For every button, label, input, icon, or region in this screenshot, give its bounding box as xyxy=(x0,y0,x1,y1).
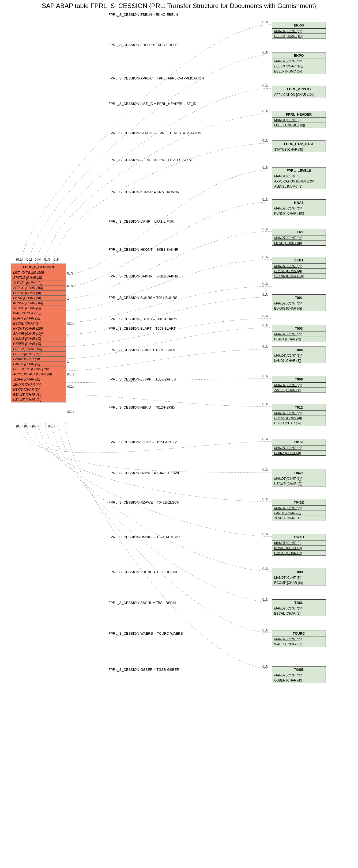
entity-main-field: APPLIC [CHAR (10)] xyxy=(11,285,66,290)
entity-target-field: EBELN [CHAR (10)] xyxy=(272,34,326,38)
cardinality-right: 0..N xyxy=(262,598,268,601)
join-label: FPRL_S_CESSION-HBKID = T012-HBKID xyxy=(109,405,175,409)
entity-target-title: TGSB xyxy=(272,666,326,673)
entity-target-title: T003 xyxy=(272,326,326,332)
cardinality-right: 0..N xyxy=(262,437,268,441)
entity-target: T074UMANDT [CLNT (3)]KOART [CHAR (1)]UMS… xyxy=(272,534,326,556)
entity-target-field: BSCHL [CHAR (2)] xyxy=(272,611,326,616)
entity-target-field: APPLICATION [CHAR (10)] xyxy=(272,179,326,184)
entity-target-field: MANDT [CLNT (3)] xyxy=(272,29,326,34)
entity-target-field: MANDT [CLNT (3)] xyxy=(272,383,326,388)
join-label: FPRL_S_CESSION-EBELP = EKPO-EBELP xyxy=(109,43,178,47)
cardinality-right: 0..N xyxy=(262,139,268,143)
entity-target: TGSBMANDT [CLNT (3)]GSBER [CHAR (4)] xyxy=(272,666,326,683)
entity-target-field: HBKID [CHAR (5)] xyxy=(272,421,326,426)
entity-target-field: WAERS [CUKY (5)] xyxy=(272,642,326,647)
entity-target: T003MANDT [CLNT (3)]BLART [CHAR (2)] xyxy=(272,325,326,342)
cardinality-right: 0..N xyxy=(262,282,268,286)
entity-target-title: T042Z xyxy=(272,499,326,506)
entity-target-field: MANDT [CLNT (3)] xyxy=(272,476,326,482)
entity-target-title: T880 xyxy=(272,569,326,575)
cardinality-main-top: {0,1} xyxy=(25,258,32,261)
cardinality-right: 0..N xyxy=(262,345,268,349)
join-label: FPRL_S_CESSION-LZBKZ = T015L-LZBKZ xyxy=(109,440,177,444)
entity-target-field: GSBER [CHAR (4)] xyxy=(272,678,326,683)
cardinality-right: 0..N xyxy=(262,374,268,378)
entity-main-field: EBELP [NUMC (5)] xyxy=(11,351,66,357)
entity-target-field: ZLSCH [CHAR (1)] xyxy=(272,516,326,521)
entity-target-title: TBSL xyxy=(272,600,326,606)
entity-main-field: ZBUKR [CHAR (4)] xyxy=(11,382,66,387)
entity-main-field: GSBER [CHAR (4)] xyxy=(11,341,66,346)
cardinality-main-right: 0..N xyxy=(67,284,73,288)
join-label: FPRL_S_CESSION-BUKRS = T001-BUKRS xyxy=(109,296,177,300)
entity-target-field: MANDT [CLNT (3)] xyxy=(272,673,326,678)
entity-main-field: STATUS [CHAR (3)] xyxy=(11,275,66,280)
entity-target-field: MANDT [CLNT (3)] xyxy=(272,118,326,123)
entity-target-title: T015L xyxy=(272,439,326,445)
join-label: FPRL_S_CESSION-KUNNR = KNA1-KUNNR xyxy=(109,190,179,194)
entity-target-field: MANDT [CLNT (3)] xyxy=(272,206,326,211)
join-label: FPRL_S_CESSION-GSBER = TGSB-GSBER xyxy=(109,668,179,672)
entity-target-field: MANDT [CLNT (3)] xyxy=(272,353,326,358)
join-label: FPRL_S_CESSION-RZAWE = T042Z-ZLSCH xyxy=(109,500,179,504)
entity-main-field: LZBKZ [CHAR (3)] xyxy=(11,357,66,362)
cardinality-main-right: {0,1} xyxy=(67,410,74,414)
cardinality-right: 0..N xyxy=(262,323,268,327)
cardinality-right: 0..N xyxy=(262,628,268,632)
cardinality-main-top: 0..N xyxy=(54,258,59,261)
cardinality-main-right: 1 xyxy=(67,335,69,338)
cardinality-main-bottom: 1 xyxy=(40,424,42,428)
cardinality-main-bottom: 1 xyxy=(56,424,58,428)
entity-main-field: ALEVEL [NUMC (2)] xyxy=(11,280,66,285)
entity-target-field: LAND1 [CHAR (3)] xyxy=(272,511,326,516)
entity-main-field: EBELN_CO [CHAR (10)] xyxy=(11,367,66,372)
entity-main-field: EBELN [CHAR (10)] xyxy=(11,346,66,351)
join-label: FPRL_S_CESSION-APPLIC = FPRL_APPLIC-APPL… xyxy=(109,76,204,80)
entity-target-title: T008 xyxy=(272,376,326,383)
entity-target-field: BLART [CHAR (2)] xyxy=(272,337,326,342)
entity-main-field: BUKRS [CHAR (4)] xyxy=(11,290,66,296)
entity-target-field: UMSKZ [CHAR (1)] xyxy=(272,551,326,556)
entity-target: KNA1MANDT [CLNT (3)]KUNNR [CHAR (10)] xyxy=(272,199,326,216)
join-label: FPRL_S_CESSION-VBUND = T880-RCOMP xyxy=(109,570,179,574)
cardinality-main-top: 0..N xyxy=(35,258,41,261)
cardinality-right: 0..N xyxy=(262,198,268,202)
entity-target-field: MANDT [CLNT (3)] xyxy=(272,264,326,269)
join-label: FPRL_S_CESSION-ZLSPR = T008-ZAHLS xyxy=(109,377,176,381)
entity-target: FPRL_HEADERMANDT [CLNT (3)]LIST_ID [NUMC… xyxy=(272,111,326,128)
entity-target-title: KNA1 xyxy=(272,199,326,206)
cardinality-main-bottom: {0,1} xyxy=(24,424,31,428)
entity-target-title: LFA1 xyxy=(272,229,326,236)
entity-target-field: ALEVEL [NUMC (2)] xyxy=(272,184,326,189)
entity-main-field: BLART [CHAR (2)] xyxy=(11,316,66,321)
cardinality-main-bottom: {0,1} xyxy=(32,424,39,428)
entity-main-field: UMSKZ [CHAR (1)] xyxy=(11,336,66,341)
join-label: FPRL_S_CESSION-SAKNR = SKB1-SAKNR xyxy=(109,274,178,278)
cardinality-right: 0..N xyxy=(262,110,268,113)
entity-main-field: LANDL [CHAR (3)] xyxy=(11,362,66,367)
entity-target: T008MANDT [CLNT (3)]ZAHLS [CHAR (1)] xyxy=(272,376,326,393)
entity-main-field: BSCHL [CHAR (2)] xyxy=(11,321,66,326)
join-label: FPRL_S_CESSION-STATUS = FPRL_ITEM_STAT-S… xyxy=(109,131,201,135)
entity-main-field: LIFNR [CHAR (10)] xyxy=(11,296,66,301)
entity-target-field: MANDT [CLNT (3)] xyxy=(272,637,326,642)
entity-target-title: T001 xyxy=(272,294,326,301)
cardinality-right: 0..N xyxy=(262,84,268,88)
entity-target-field: APPLICATION [CHAR (10)] xyxy=(272,92,326,97)
cardinality-main-right: 1 xyxy=(67,309,69,313)
entity-target-field: MANDT [CLNT (3)] xyxy=(272,445,326,451)
entity-target-field: EBELN [CHAR (10)] xyxy=(272,64,326,69)
entity-target: T042FMANDT [CLNT (3)]UZAWE [CHAR (2)] xyxy=(272,470,326,487)
entity-target-title: T074U xyxy=(272,534,326,540)
entity-target-field: EBELP [NUMC (5)] xyxy=(272,69,326,74)
entity-target-field: LIFNR [CHAR (10)] xyxy=(272,241,326,245)
entity-main-title: FPRL_S_CESSION xyxy=(11,264,66,270)
entity-main-field: KUNNR [CHAR (10)] xyxy=(11,301,66,306)
cardinality-main-top: {0,1} xyxy=(16,258,23,261)
entity-target-title: T005 xyxy=(272,347,326,353)
entity-target-field: KUNNR [CHAR (10)] xyxy=(272,211,326,216)
entity-target: SKB1MANDT [CLNT (3)]BUKRS [CHAR (4)]SAKN… xyxy=(272,257,326,279)
entity-target-title: T012 xyxy=(272,404,326,411)
entity-target: FPRL_APPLICAPPLICATION [CHAR (10)] xyxy=(272,86,326,97)
